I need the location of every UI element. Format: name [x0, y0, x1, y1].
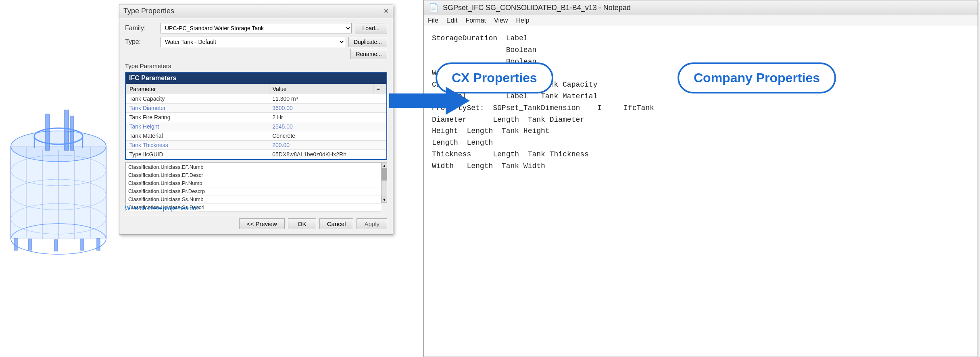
load-button[interactable]: Load... [355, 23, 387, 33]
svg-marker-25 [389, 87, 470, 115]
ifc-params-box: IFC Parameters Parameter Value = Tank Ca… [125, 72, 387, 160]
value-cell: 05DX8w8AL1be0z0dKHx2Rh [269, 150, 373, 159]
param-cell: Type IfcGUID [126, 150, 269, 159]
apply-button[interactable]: Apply [357, 218, 387, 229]
svg-rect-19 [54, 240, 58, 251]
arrow-graphic [389, 85, 470, 117]
type-properties-dialog: Type Properties ✕ Family: UPC-PC_Standar… [119, 4, 393, 235]
param-cell: Tank Thickness [126, 141, 269, 150]
company-properties-label: Company Properties [694, 71, 820, 85]
ifc-params-table: Parameter Value = Tank Capacity11.300 m³… [126, 84, 386, 159]
notepad-line: Length Length [432, 137, 970, 149]
svg-rect-21 [97, 238, 100, 250]
menu-item-format[interactable]: Format [465, 17, 486, 24]
notepad-line: Thickness Length Tank Thickness [432, 149, 970, 160]
list-item: Classification.Uniclass.Pr.Numb [126, 179, 381, 187]
table-row: Tank Fire Rating2 Hr [126, 113, 386, 122]
param-cell: Tank Material [126, 131, 269, 141]
value-cell: 2 Hr [269, 113, 373, 122]
menu-item-help[interactable]: Help [516, 17, 529, 24]
notepad-content: StorageDuration Label Boolean BooleanWat… [424, 26, 978, 178]
value-cell: 11.300 m³ [269, 94, 373, 104]
table-row: Tank Height2545.00 [126, 122, 386, 131]
notepad-title: SGPset_IFC SG_CONSOLIDATED_B1-B4_v13 - N… [443, 4, 631, 12]
notepad-line: Diameter Length Tank Diameter [432, 114, 970, 126]
notepad-window: 📄 SGPset_IFC SG_CONSOLIDATED_B1-B4_v13 -… [423, 0, 978, 357]
menu-item-view[interactable]: View [494, 17, 508, 24]
list-item: Classification.Uniclass.Ss.Numb [126, 195, 381, 203]
param-cell: Tank Diameter [126, 104, 269, 113]
list-item: Classification.Uniclass.EF.Descr [126, 171, 381, 179]
tank-area [0, 0, 117, 357]
value-cell: 2545.00 [269, 122, 373, 131]
svg-rect-16 [71, 116, 74, 150]
table-row: Tank MaterialConcrete [126, 131, 386, 141]
svg-rect-14 [46, 114, 50, 150]
family-label: Family: [125, 25, 157, 32]
dialog-footer: << Preview OK Cancel Apply [125, 215, 387, 229]
value-col-header: Value [269, 84, 373, 94]
value-cell: 3600.00 [269, 104, 373, 113]
table-row: Tank Capacity11.300 m³ [126, 94, 386, 104]
menu-item-edit[interactable]: Edit [446, 17, 458, 24]
list-item: Classification.Uniclass.EF.Numb [126, 163, 381, 171]
cx-properties-label: CX Properties [452, 71, 537, 85]
scroll-down-button[interactable]: ▼ [382, 197, 387, 202]
table-row: Tank Diameter3600.00 [126, 104, 386, 113]
dialog-titlebar: Type Properties ✕ [119, 4, 393, 18]
svg-rect-20 [81, 239, 84, 250]
table-row: Tank Thickness200.00 [126, 141, 386, 150]
scrollbar-thumb[interactable] [382, 168, 387, 181]
type-label: Type: [125, 38, 157, 46]
ifc-params-header: IFC Parameters [126, 73, 386, 84]
dialog-close-button[interactable]: ✕ [384, 7, 389, 15]
svg-rect-17 [14, 238, 17, 250]
notepad-line: StorageDuration Label [432, 33, 970, 44]
family-select[interactable]: UPC-PC_Standard Water Storage Tank [161, 23, 352, 33]
preview-button[interactable]: << Preview [239, 218, 285, 229]
notepad-line: Height Length Tank Height [432, 125, 970, 137]
value-cell: 200.00 [269, 141, 373, 150]
table-row: Type IfcGUID05DX8w8AL1be0z0dKHx2Rh [126, 150, 386, 159]
rename-button[interactable]: Rename... [350, 49, 387, 59]
notepad-menubar: FileEditFormatViewHelp [424, 15, 978, 26]
notepad-titlebar: 📄 SGPset_IFC SG_CONSOLIDATED_B1-B4_v13 -… [424, 0, 978, 15]
cancel-button[interactable]: Cancel [319, 218, 354, 229]
value-cell: Concrete [269, 131, 373, 141]
scrollbar[interactable]: ▲ ▼ [381, 163, 387, 202]
notepad-icon: 📄 [429, 3, 439, 12]
param-cell: Tank Fire Rating [126, 113, 269, 122]
list-item: Classification.Uniclass.Pr.Descrp [126, 187, 381, 195]
notepad-line: PropertySet: SGPset_TankDimension I IfcT… [432, 102, 970, 114]
menu-item-file[interactable]: File [428, 17, 438, 24]
scroll-up-button[interactable]: ▲ [382, 163, 387, 168]
type-params-label: Type Parameters [125, 62, 387, 69]
company-properties-bubble: Company Properties [678, 62, 836, 93]
param-cell: Tank Height [126, 122, 269, 131]
duplicate-button[interactable]: Duplicate... [348, 37, 387, 47]
classification-table: Classification.Uniclass.EF.NumbClassific… [125, 163, 381, 212]
param-col-header: Parameter [126, 84, 269, 94]
param-cell: Tank Capacity [126, 94, 269, 104]
svg-rect-18 [28, 239, 31, 250]
dialog-title: Type Properties [123, 7, 174, 15]
type-select[interactable]: Water Tank - Default [161, 37, 345, 47]
notepad-line: Boolean [432, 44, 970, 56]
notepad-line: Width Length Tank Width [432, 160, 970, 172]
ok-button[interactable]: OK [288, 218, 316, 229]
